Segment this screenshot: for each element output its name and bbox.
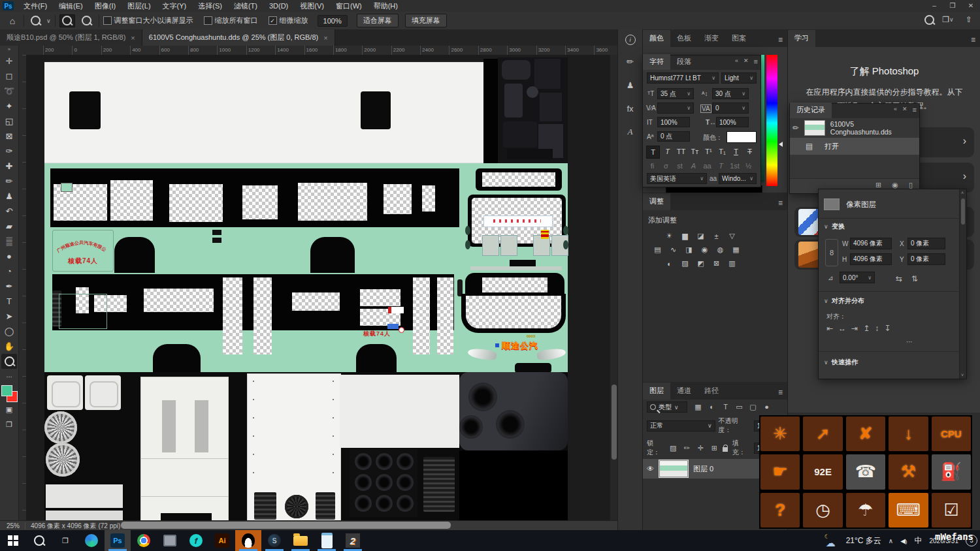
channel-mixer-icon[interactable]: ◍ (715, 245, 726, 255)
taskbar-qq[interactable] (235, 530, 261, 551)
font-family-select[interactable]: Humnst777 Lt BT∨ (647, 72, 719, 84)
taskbar-chrome[interactable] (131, 530, 157, 551)
vibrance-icon[interactable]: ▽ (727, 231, 738, 241)
ligatures-button[interactable]: fi (646, 160, 659, 172)
hue-saturation-icon[interactable]: ▤ (652, 245, 663, 255)
height-field[interactable]: 4096 像素 (850, 253, 892, 265)
weather-temp[interactable]: 21°C 多云 (846, 535, 881, 546)
font-size-select[interactable]: 35 点∨ (657, 88, 694, 99)
filter-toggle-icon[interactable]: ● (762, 403, 772, 411)
flip-horizontal-icon[interactable]: ⇆ (896, 274, 902, 283)
flip-vertical-icon[interactable]: ⇅ (911, 274, 918, 283)
align-top-icon[interactable]: ↥ (863, 324, 870, 333)
doc-tab-dds[interactable]: 6100V5 Conghuashuntu.dds @ 25% (图层 0, RG… (142, 29, 335, 46)
black-white-icon[interactable]: ◨ (683, 245, 694, 255)
tab-paragraph[interactable]: 段落 (670, 54, 698, 70)
properties-scrollbar[interactable]: ˄ ˅ (959, 189, 966, 379)
zoom-out-button[interactable] (79, 14, 95, 27)
width-field[interactable]: 4096 像素 (850, 238, 892, 249)
horizontal-scale-field[interactable]: 100% (716, 117, 749, 127)
kerning-select[interactable]: ∨ (657, 102, 694, 114)
align-center-h-icon[interactable]: ↔ (838, 324, 846, 333)
path-selection-tool[interactable]: ➤ (1, 309, 17, 324)
taskbar-flash[interactable]: f (183, 530, 209, 551)
fractions-button[interactable]: ½ (742, 160, 755, 172)
tab-layers[interactable]: 图层 (643, 383, 670, 400)
crop-tool[interactable]: ◱ (1, 114, 17, 129)
horizontal-ruler[interactable]: 2000200400600800100012001400160018002000… (26, 46, 610, 55)
dodge-tool[interactable]: ◔ (1, 264, 17, 279)
layer-name[interactable]: 图层 0 (693, 464, 713, 474)
collapse-icon[interactable]: « (894, 106, 897, 114)
ordinals-button[interactable]: 1st (728, 160, 741, 172)
color-slider[interactable] (761, 55, 764, 182)
menu-item[interactable]: 视图(V) (294, 0, 330, 12)
lock-move-icon[interactable]: ✛ (696, 444, 706, 452)
clone-stamp-tool[interactable]: ♟ (1, 189, 17, 204)
search-icon[interactable] (924, 15, 934, 25)
lock-transparent-icon[interactable]: ▨ (668, 444, 678, 452)
foreground-color-swatch[interactable] (1, 385, 12, 396)
exposure-icon[interactable]: ± (711, 231, 722, 241)
faux-italic-button[interactable]: T (661, 146, 674, 157)
hand-tool[interactable]: ✋ (1, 339, 17, 354)
color-spectrum[interactable] (766, 55, 777, 186)
scrubby-zoom-checkbox[interactable]: ✓细微缩放 (269, 16, 308, 25)
tab-adjustments[interactable]: 调整 (643, 193, 670, 210)
clone-source-icon[interactable]: ♟ (623, 78, 638, 92)
frame-tool[interactable]: ⊠ (1, 129, 17, 144)
taskbar-edge[interactable] (78, 530, 105, 551)
filter-pixel-icon[interactable]: ▦ (693, 403, 703, 411)
healing-brush-tool[interactable]: ✚ (1, 159, 17, 174)
panel-menu-icon[interactable]: ≡ (778, 198, 783, 208)
font-style-select[interactable]: Light∨ (721, 72, 757, 84)
superscript-button[interactable]: T¹ (702, 146, 715, 157)
tab-character[interactable]: 字符 (643, 54, 670, 70)
selective-color-icon[interactable]: ▥ (727, 259, 738, 268)
lasso-tool[interactable]: ➰ (1, 84, 17, 99)
start-button[interactable] (0, 530, 26, 551)
move-tool[interactable]: ✛ (1, 54, 17, 69)
align-center-v-icon[interactable]: ↕ (875, 324, 879, 333)
collapse-icon[interactable]: « (735, 57, 738, 65)
horizontal-scrollbar-thumb[interactable] (121, 522, 451, 529)
taskbar-steam[interactable]: S (261, 530, 287, 551)
panel-menu-icon[interactable]: ≡ (778, 35, 783, 44)
toolbar-collapse-icon[interactable]: » (8, 46, 10, 54)
fill-screen-button[interactable]: 填充屏幕 (405, 14, 447, 27)
photo-filter-icon[interactable]: ◉ (699, 245, 710, 255)
history-state-row-selected[interactable]: ▤ 打开 (790, 138, 919, 155)
spectrum-marker[interactable] (779, 142, 783, 147)
tab-color[interactable]: 颜色 (643, 30, 670, 47)
tab-close-icon[interactable]: × (323, 34, 327, 42)
discretionary-lig-button[interactable]: st (674, 160, 686, 172)
align-right-icon[interactable]: ⇥ (851, 324, 858, 333)
menu-item[interactable]: 窗口(W) (330, 0, 368, 12)
tab-history[interactable]: 历史记录 (790, 102, 832, 118)
small-caps-button[interactable]: Tᴛ (689, 146, 701, 157)
zoom-all-windows-checkbox[interactable]: 缩放所有窗口 (204, 16, 258, 25)
filter-shape-icon[interactable]: ▭ (734, 403, 744, 411)
menu-item[interactable]: 文件(F) (18, 0, 53, 12)
transform-section-title[interactable]: 变换 (832, 222, 845, 231)
faux-bold-button[interactable]: T (646, 146, 660, 159)
filter-adjustment-icon[interactable]: ◐ (707, 403, 717, 411)
text-color-swatch[interactable] (727, 131, 757, 143)
pen-tool[interactable]: ✒ (1, 279, 17, 294)
type-tool[interactable]: T (1, 294, 17, 309)
history-brush-tool[interactable]: ↶ (1, 204, 17, 219)
invert-icon[interactable]: ◐ (664, 259, 675, 268)
zoom-tool[interactable] (1, 354, 17, 369)
menu-item[interactable]: 图像(I) (89, 0, 122, 12)
ime-indicator[interactable]: 中 (915, 535, 923, 546)
canvas-viewport[interactable]: 广州顺途公共汽车有限公司 核载74人 (26, 55, 610, 520)
vertical-scale-field[interactable]: 100% (657, 117, 690, 127)
quick-selection-tool[interactable]: ✦ (1, 99, 17, 114)
stylistic-alt-button[interactable]: aa (701, 160, 713, 172)
posterize-icon[interactable]: ▨ (679, 259, 691, 268)
tab-channels[interactable]: 通道 (670, 383, 698, 400)
blur-tool[interactable]: ● (1, 249, 17, 264)
tray-chevron-icon[interactable]: ∧ (889, 537, 893, 544)
zoom-percent-field[interactable]: 100% (318, 15, 348, 27)
zoom-tool-icon[interactable] (28, 14, 42, 27)
